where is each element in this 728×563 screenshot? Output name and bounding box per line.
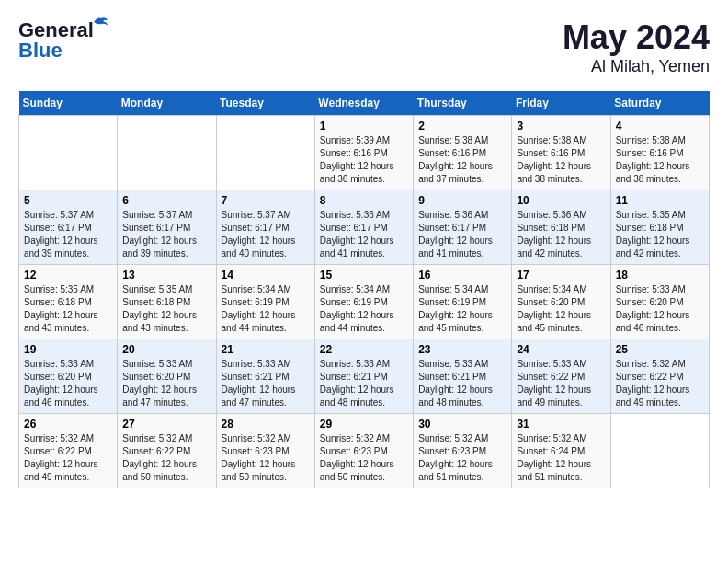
day-number: 18 <box>616 269 704 282</box>
calendar-cell: 23Sunrise: 5:33 AM Sunset: 6:21 PM Dayli… <box>414 339 512 414</box>
day-number: 3 <box>517 120 605 132</box>
day-number: 11 <box>616 194 704 207</box>
calendar-cell: 30Sunrise: 5:32 AM Sunset: 6:23 PM Dayli… <box>414 414 512 488</box>
day-number: 8 <box>320 194 408 207</box>
calendar-week-row: 1Sunrise: 5:39 AM Sunset: 6:16 PM Daylig… <box>19 116 710 190</box>
day-number: 31 <box>517 418 605 431</box>
day-number: 14 <box>222 269 310 282</box>
calendar-cell: 20Sunrise: 5:33 AM Sunset: 6:20 PM Dayli… <box>118 339 216 414</box>
calendar-cell: 22Sunrise: 5:33 AM Sunset: 6:21 PM Dayli… <box>314 339 413 414</box>
calendar-cell: 21Sunrise: 5:33 AM Sunset: 6:21 PM Dayli… <box>216 339 314 414</box>
day-info: Sunrise: 5:33 AM Sunset: 6:21 PM Dayligh… <box>222 358 310 409</box>
day-number: 5 <box>24 194 112 207</box>
day-number: 29 <box>320 418 408 431</box>
weekday-header-friday: Friday <box>512 91 610 116</box>
day-number: 24 <box>517 343 605 356</box>
weekday-header-saturday: Saturday <box>610 91 709 116</box>
logo-general: General <box>18 18 94 41</box>
day-number: 19 <box>24 343 112 356</box>
calendar-cell: 8Sunrise: 5:36 AM Sunset: 6:17 PM Daylig… <box>314 190 413 265</box>
calendar-cell: 11Sunrise: 5:35 AM Sunset: 6:18 PM Dayli… <box>610 190 709 265</box>
calendar-cell: 19Sunrise: 5:33 AM Sunset: 6:20 PM Dayli… <box>19 339 118 414</box>
day-info: Sunrise: 5:32 AM Sunset: 6:23 PM Dayligh… <box>320 432 408 484</box>
day-info: Sunrise: 5:36 AM Sunset: 6:17 PM Dayligh… <box>320 209 408 260</box>
calendar-cell: 4Sunrise: 5:38 AM Sunset: 6:16 PM Daylig… <box>610 116 709 190</box>
logo-bird-icon <box>92 15 110 29</box>
day-number: 20 <box>122 343 210 356</box>
calendar-cell <box>118 116 216 190</box>
calendar-table: SundayMondayTuesdayWednesdayThursdayFrid… <box>18 91 710 488</box>
day-number: 28 <box>222 418 310 431</box>
day-info: Sunrise: 5:36 AM Sunset: 6:17 PM Dayligh… <box>418 209 506 260</box>
day-info: Sunrise: 5:32 AM Sunset: 6:22 PM Dayligh… <box>122 432 210 484</box>
day-number: 1 <box>320 120 408 132</box>
day-info: Sunrise: 5:38 AM Sunset: 6:16 PM Dayligh… <box>517 134 605 186</box>
day-info: Sunrise: 5:34 AM Sunset: 6:20 PM Dayligh… <box>517 283 605 335</box>
calendar-cell: 29Sunrise: 5:32 AM Sunset: 6:23 PM Dayli… <box>314 414 413 488</box>
calendar-cell: 10Sunrise: 5:36 AM Sunset: 6:18 PM Dayli… <box>512 190 610 265</box>
day-info: Sunrise: 5:32 AM Sunset: 6:23 PM Dayligh… <box>418 432 506 484</box>
page-title: May 2024 <box>563 18 710 57</box>
weekday-header-tuesday: Tuesday <box>216 91 314 116</box>
day-info: Sunrise: 5:33 AM Sunset: 6:20 PM Dayligh… <box>616 283 704 335</box>
calendar-cell: 7Sunrise: 5:37 AM Sunset: 6:17 PM Daylig… <box>216 190 314 265</box>
day-info: Sunrise: 5:39 AM Sunset: 6:16 PM Dayligh… <box>320 134 408 186</box>
calendar-week-row: 26Sunrise: 5:32 AM Sunset: 6:22 PM Dayli… <box>19 414 710 488</box>
calendar-cell: 18Sunrise: 5:33 AM Sunset: 6:20 PM Dayli… <box>610 265 709 339</box>
calendar-cell: 9Sunrise: 5:36 AM Sunset: 6:17 PM Daylig… <box>414 190 512 265</box>
weekday-header-wednesday: Wednesday <box>314 91 413 116</box>
calendar-cell <box>19 116 118 190</box>
calendar-cell: 24Sunrise: 5:33 AM Sunset: 6:22 PM Dayli… <box>512 339 610 414</box>
day-info: Sunrise: 5:37 AM Sunset: 6:17 PM Dayligh… <box>222 209 310 260</box>
calendar-week-row: 5Sunrise: 5:37 AM Sunset: 6:17 PM Daylig… <box>19 190 710 265</box>
day-number: 25 <box>616 343 704 356</box>
day-info: Sunrise: 5:37 AM Sunset: 6:17 PM Dayligh… <box>24 209 112 260</box>
day-info: Sunrise: 5:35 AM Sunset: 6:18 PM Dayligh… <box>24 283 112 335</box>
calendar-cell: 15Sunrise: 5:34 AM Sunset: 6:19 PM Dayli… <box>314 265 413 339</box>
day-info: Sunrise: 5:33 AM Sunset: 6:21 PM Dayligh… <box>320 358 408 409</box>
calendar-cell: 3Sunrise: 5:38 AM Sunset: 6:16 PM Daylig… <box>512 116 610 190</box>
day-number: 6 <box>122 194 210 207</box>
title-block: May 2024 Al Milah, Yemen <box>563 18 710 76</box>
day-info: Sunrise: 5:38 AM Sunset: 6:16 PM Dayligh… <box>616 134 704 186</box>
weekday-header-row: SundayMondayTuesdayWednesdayThursdayFrid… <box>19 91 710 116</box>
day-info: Sunrise: 5:37 AM Sunset: 6:17 PM Dayligh… <box>122 209 210 260</box>
day-number: 10 <box>517 194 605 207</box>
day-info: Sunrise: 5:33 AM Sunset: 6:20 PM Dayligh… <box>24 358 112 409</box>
day-info: Sunrise: 5:32 AM Sunset: 6:22 PM Dayligh… <box>616 358 704 409</box>
calendar-week-row: 19Sunrise: 5:33 AM Sunset: 6:20 PM Dayli… <box>19 339 710 414</box>
day-info: Sunrise: 5:35 AM Sunset: 6:18 PM Dayligh… <box>122 283 210 335</box>
calendar-cell: 26Sunrise: 5:32 AM Sunset: 6:22 PM Dayli… <box>19 414 118 488</box>
day-number: 21 <box>222 343 310 356</box>
weekday-header-sunday: Sunday <box>19 91 118 116</box>
day-info: Sunrise: 5:33 AM Sunset: 6:20 PM Dayligh… <box>122 358 210 409</box>
day-info: Sunrise: 5:33 AM Sunset: 6:22 PM Dayligh… <box>517 358 605 409</box>
weekday-header-thursday: Thursday <box>414 91 512 116</box>
day-number: 27 <box>122 418 210 431</box>
calendar-cell: 28Sunrise: 5:32 AM Sunset: 6:23 PM Dayli… <box>216 414 314 488</box>
page-header: General Blue May 2024 Al Milah, Yemen <box>18 18 710 76</box>
calendar-cell: 31Sunrise: 5:32 AM Sunset: 6:24 PM Dayli… <box>512 414 610 488</box>
day-number: 16 <box>418 269 506 282</box>
calendar-cell: 17Sunrise: 5:34 AM Sunset: 6:20 PM Dayli… <box>512 265 610 339</box>
calendar-cell: 27Sunrise: 5:32 AM Sunset: 6:22 PM Dayli… <box>118 414 216 488</box>
calendar-cell: 12Sunrise: 5:35 AM Sunset: 6:18 PM Dayli… <box>19 265 118 339</box>
calendar-week-row: 12Sunrise: 5:35 AM Sunset: 6:18 PM Dayli… <box>19 265 710 339</box>
calendar-cell: 25Sunrise: 5:32 AM Sunset: 6:22 PM Dayli… <box>610 339 709 414</box>
day-number: 23 <box>418 343 506 356</box>
day-number: 26 <box>24 418 112 431</box>
day-info: Sunrise: 5:35 AM Sunset: 6:18 PM Dayligh… <box>616 209 704 260</box>
day-info: Sunrise: 5:33 AM Sunset: 6:21 PM Dayligh… <box>418 358 506 409</box>
calendar-cell: 1Sunrise: 5:39 AM Sunset: 6:16 PM Daylig… <box>314 116 413 190</box>
page-subtitle: Al Milah, Yemen <box>563 57 710 76</box>
day-number: 13 <box>122 269 210 282</box>
day-info: Sunrise: 5:34 AM Sunset: 6:19 PM Dayligh… <box>418 283 506 335</box>
day-info: Sunrise: 5:34 AM Sunset: 6:19 PM Dayligh… <box>222 283 310 335</box>
day-number: 2 <box>418 120 506 132</box>
day-number: 4 <box>616 120 704 132</box>
day-number: 22 <box>320 343 408 356</box>
calendar-cell: 14Sunrise: 5:34 AM Sunset: 6:19 PM Dayli… <box>216 265 314 339</box>
day-info: Sunrise: 5:32 AM Sunset: 6:23 PM Dayligh… <box>222 432 310 484</box>
day-number: 9 <box>418 194 506 207</box>
day-info: Sunrise: 5:36 AM Sunset: 6:18 PM Dayligh… <box>517 209 605 260</box>
